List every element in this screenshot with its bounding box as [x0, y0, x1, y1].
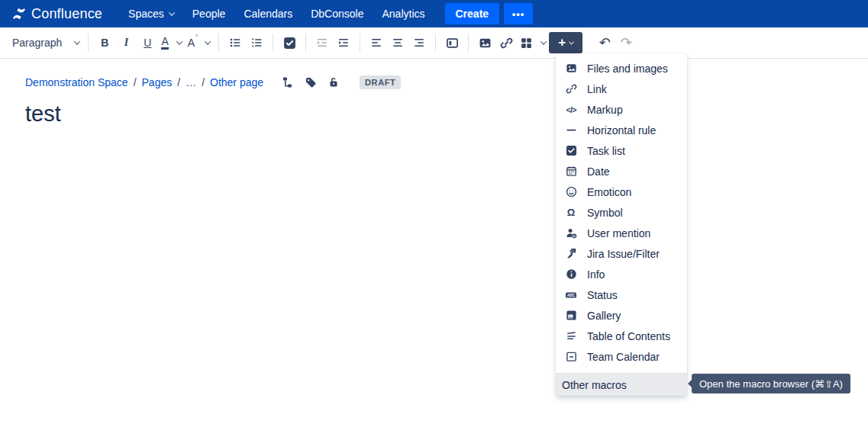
menu-item-markup[interactable]: </> Markup [556, 99, 687, 120]
files-and-images-icon [565, 63, 577, 75]
underline-button[interactable]: U [137, 31, 158, 54]
page-layout-button[interactable] [441, 31, 463, 54]
brand-name: Confluence [31, 6, 102, 22]
menu-item-jira-issue-filter[interactable]: Jira Issue/Filter [556, 243, 687, 264]
emoticon-icon [565, 186, 577, 198]
svg-text:@: @ [573, 234, 576, 238]
undo-button[interactable]: ↶ [594, 31, 615, 54]
align-center-icon [392, 37, 404, 49]
menu-item-gallery[interactable]: Gallery [556, 305, 687, 326]
menu-item-status[interactable]: ABC Status [556, 284, 687, 305]
insert-table-dropdown[interactable] [517, 31, 549, 54]
nav-more-button[interactable]: ••• [504, 3, 533, 24]
page-tree-icon[interactable] [282, 76, 294, 88]
nav-item-spaces[interactable]: Spaces [119, 0, 183, 27]
breadcrumb-link-other-page[interactable]: Other page [210, 76, 263, 88]
numbered-list-button[interactable] [246, 31, 267, 54]
chevron-down-icon [169, 9, 175, 15]
insert-link-icon [500, 37, 513, 50]
toolbar-separator [360, 34, 360, 52]
align-left-button[interactable] [366, 31, 387, 54]
menu-item-horizontal-rule[interactable]: Horizontal rule [556, 120, 687, 140]
nav-item-people[interactable]: People [183, 0, 235, 27]
menu-item-other-macros[interactable]: Other macros [556, 373, 687, 396]
redo-icon: ↷ [621, 36, 632, 50]
menu-item-symbol[interactable]: Ω Symbol [556, 202, 687, 223]
bullet-list-icon [229, 37, 241, 49]
toolbar-separator [305, 34, 306, 52]
undo-icon: ↶ [599, 36, 611, 50]
align-right-icon [413, 37, 425, 49]
menu-item-info[interactable]: Info [556, 264, 687, 284]
align-left-icon [370, 37, 382, 49]
symbol-icon: Ω [565, 207, 577, 219]
insert-dropdown-menu: Files and images Link </> Markup Horizon… [556, 53, 687, 396]
create-button[interactable]: Create [445, 3, 500, 24]
chevron-down-icon [176, 38, 182, 44]
chevron-down-icon [205, 38, 211, 44]
draft-status-badge: DRAFT [360, 75, 401, 89]
task-list-button[interactable] [279, 31, 300, 54]
link-icon [565, 83, 577, 95]
indent-button[interactable] [333, 31, 354, 54]
text-color-dropdown[interactable]: A [158, 31, 184, 54]
insert-link-button[interactable] [495, 31, 517, 54]
menu-item-task-list[interactable]: Task list [556, 140, 687, 161]
indent-icon [337, 37, 350, 49]
menu-item-files-and-images[interactable]: Files and images [556, 58, 687, 79]
breadcrumb-ellipsis[interactable]: … [186, 76, 196, 88]
menu-item-date[interactable]: Date [556, 161, 687, 181]
more-formatting-dropdown[interactable]: A° [185, 31, 214, 54]
italic-button[interactable]: I [115, 31, 137, 54]
svg-text:ABC: ABC [567, 294, 576, 297]
menu-item-user-mention[interactable]: @ User mention [556, 223, 687, 243]
outdent-button[interactable] [311, 31, 333, 54]
menu-item-table-of-contents[interactable]: Table of Contents [556, 326, 687, 346]
bold-button[interactable]: B [94, 31, 115, 54]
numbered-list-icon [250, 37, 263, 49]
menu-item-emoticon[interactable]: Emoticon [556, 181, 687, 202]
redo-button[interactable]: ↷ [615, 31, 637, 54]
plus-icon: + [558, 35, 566, 50]
align-right-button[interactable] [408, 31, 430, 54]
gallery-icon [565, 310, 577, 322]
breadcrumb: Demonstration Space / Pages / … / Other … [25, 75, 868, 89]
confluence-logo-icon [12, 8, 26, 20]
insert-image-button[interactable] [474, 31, 495, 54]
page-layout-icon [446, 37, 459, 50]
unlock-icon[interactable] [328, 76, 340, 88]
team-calendar-icon [565, 351, 577, 363]
top-navigation-bar: Confluence Spaces People Calendars DbCon… [0, 0, 868, 27]
paragraph-style-dropdown[interactable]: Paragraph [9, 31, 82, 54]
page-title-input[interactable]: test [25, 101, 868, 127]
breadcrumb-separator: / [134, 76, 137, 88]
menu-item-team-calendar[interactable]: Team Calendar [556, 346, 687, 367]
jira-icon [565, 248, 577, 260]
horizontal-rule-icon [565, 124, 577, 137]
toc-icon [565, 330, 577, 342]
breadcrumb-link-space[interactable]: Demonstration Space [25, 76, 128, 88]
toolbar-separator [468, 34, 469, 52]
macro-browser-tooltip: Open the macro browser (⌘⇧A) [692, 374, 850, 393]
labels-icon[interactable] [305, 76, 317, 88]
insert-table-icon [520, 37, 533, 50]
confluence-logo[interactable]: Confluence [12, 6, 102, 22]
date-icon [565, 165, 577, 178]
chevron-down-icon [569, 39, 574, 44]
toolbar-separator [88, 34, 89, 52]
toolbar-separator [218, 34, 219, 52]
nav-item-calendars[interactable]: Calendars [234, 0, 302, 27]
insert-more-content-button[interactable]: + [549, 32, 582, 53]
breadcrumb-link-pages[interactable]: Pages [142, 76, 173, 88]
bullet-list-button[interactable] [224, 31, 246, 54]
breadcrumb-separator: / [202, 76, 205, 88]
menu-item-link[interactable]: Link [556, 79, 687, 99]
nav-item-analytics[interactable]: Analytics [373, 0, 434, 27]
toolbar-separator [588, 34, 589, 52]
nav-item-dbconsole[interactable]: DbConsole [302, 0, 373, 27]
info-icon [565, 268, 577, 281]
outdent-icon [316, 37, 328, 49]
nav-menu: Spaces People Calendars DbConsole Analyt… [119, 0, 434, 27]
task-list-icon [283, 37, 296, 50]
align-center-button[interactable] [387, 31, 408, 54]
